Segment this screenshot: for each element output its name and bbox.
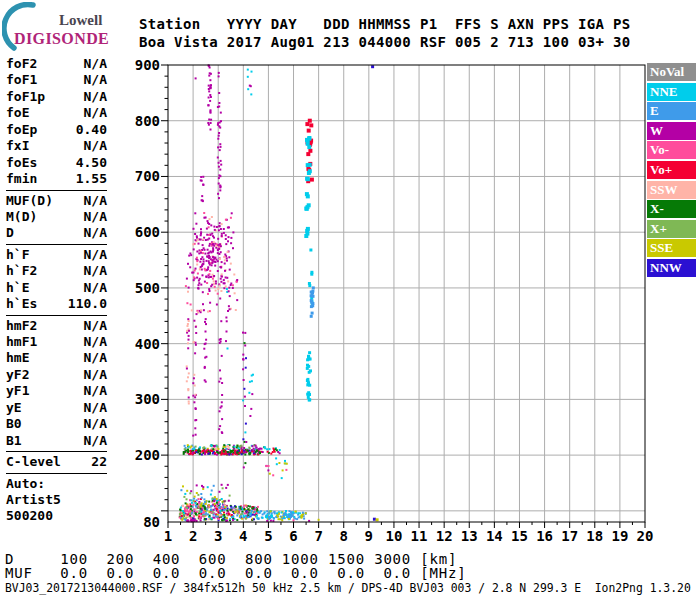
x-tick-label: 16 xyxy=(536,528,553,544)
y-tick-label: 800 xyxy=(135,113,160,129)
readout-label: yF2 xyxy=(6,367,29,383)
readout-row: fmin1.55 xyxy=(6,171,107,187)
section-divider xyxy=(6,244,107,245)
readout-value: N/A xyxy=(84,225,107,241)
cluster-col-3.1-low xyxy=(218,320,223,434)
readout-label: fmin xyxy=(6,171,37,187)
readout-row: yF2N/A xyxy=(6,367,107,383)
data-point xyxy=(371,65,374,68)
x-tick-label: 12 xyxy=(436,528,453,544)
readout-row: foF2N/A xyxy=(6,56,107,72)
cluster-col-4.05 xyxy=(242,332,248,469)
readout-label: foEs xyxy=(6,155,37,171)
cluster-e-blue-column xyxy=(310,286,315,317)
x-tick-label: 10 xyxy=(386,528,403,544)
readout-label: yE xyxy=(6,400,22,416)
characteristics-panel: foF2N/AfoF1N/AfoF1pN/AfoEN/AfoEp0.40fxIN… xyxy=(6,56,107,525)
readout-label: hmF1 xyxy=(6,334,37,350)
x-tick-label: 8 xyxy=(340,528,348,544)
x-tick-label: 14 xyxy=(486,528,503,544)
readout-label: yF1 xyxy=(6,383,29,399)
echo-points xyxy=(179,64,379,522)
readout-row: B1N/A xyxy=(6,433,107,449)
readout-value: N/A xyxy=(84,247,107,263)
cluster-col-2.5 xyxy=(203,318,207,383)
readout-label: h`F2 xyxy=(6,263,37,279)
x-tick-label: 9 xyxy=(365,528,373,544)
cluster-e-band-right xyxy=(257,510,301,520)
x-tick-label: 6 xyxy=(289,528,297,544)
readout-label: Auto: xyxy=(6,476,45,492)
readout-row: foEN/A xyxy=(6,105,107,121)
readout-row: C-level22 xyxy=(6,454,107,470)
readout-label: h`F xyxy=(6,247,29,263)
legend-entry: NNE xyxy=(647,83,696,101)
readout-row: foF1pN/A xyxy=(6,89,107,105)
x-tick-label: 15 xyxy=(511,528,528,544)
readout-row: foF1N/A xyxy=(6,72,107,88)
readout-label: MUF(D) xyxy=(6,193,53,209)
data-point xyxy=(226,520,228,522)
readout-row: Artist5 xyxy=(6,492,107,508)
readout-value: 0.40 xyxy=(76,122,107,138)
section-divider xyxy=(6,190,107,191)
readout-row: h`EN/A xyxy=(6,280,107,296)
data-point xyxy=(250,85,252,87)
data-point xyxy=(270,520,272,522)
readout-label: fxI xyxy=(6,138,29,154)
x-tick-label: 17 xyxy=(561,528,578,544)
readout-row: yF1N/A xyxy=(6,383,107,399)
readout-row: hmF1N/A xyxy=(6,334,107,350)
x-tick-label: 1 xyxy=(164,528,172,544)
legend-entry: X+ xyxy=(647,220,696,238)
readout-row: yEN/A xyxy=(6,400,107,416)
readout-value: N/A xyxy=(84,105,107,121)
x-tick-label: 18 xyxy=(586,528,603,544)
readout-label: M(D) xyxy=(6,209,37,225)
readout-row: MUF(D)N/A xyxy=(6,193,107,209)
readout-value: N/A xyxy=(84,89,107,105)
legend-entry: E xyxy=(647,102,696,120)
readout-label: foEp xyxy=(6,122,37,138)
legend-entry: W xyxy=(647,122,696,140)
readout-value: N/A xyxy=(84,56,107,72)
x-tick-label: 11 xyxy=(411,528,428,544)
readout-label: Artist5 xyxy=(6,492,61,508)
x-tick-label: 19 xyxy=(611,528,628,544)
doppler-direction-legend: NoValNNEEWVo-Vo+SSWX-X+SSENNW xyxy=(647,63,696,279)
legend-entry: X- xyxy=(647,200,696,218)
readout-value: 1.55 xyxy=(76,171,107,187)
readout-label: h`Es xyxy=(6,296,37,312)
y-tick-label: 300 xyxy=(135,391,160,407)
readout-row: foEs4.50 xyxy=(6,155,107,171)
readout-value: N/A xyxy=(84,209,107,225)
readout-value: 110.0 xyxy=(68,296,107,312)
section-divider xyxy=(6,451,107,452)
y-tick-label: 80 xyxy=(143,514,160,530)
readout-value: N/A xyxy=(84,383,107,399)
readout-value: N/A xyxy=(84,350,107,366)
ident-header: Station YYYY DAY DDD HHMMSS P1 FFS S AXN… xyxy=(139,15,631,51)
y-tick-label: 600 xyxy=(135,224,160,240)
readout-label: B1 xyxy=(6,433,22,449)
readout-label: foF1 xyxy=(6,72,37,88)
readout-value: N/A xyxy=(84,138,107,154)
legend-entry: NoVal xyxy=(647,63,696,81)
ident-header-values: Boa Vista 2017 Aug01 213 044000 RSF 005 … xyxy=(139,34,631,50)
cluster-dots-4.2-top xyxy=(247,69,253,96)
lowell-digisonde-logo: Lowell DIGISONDE xyxy=(2,2,134,52)
readout-label: D xyxy=(6,225,14,241)
readout-label: B0 xyxy=(6,416,22,432)
readout-value: N/A xyxy=(84,334,107,350)
d-muf-table: D 100 200 400 600 800 1000 1500 3000 [km… xyxy=(5,553,466,580)
data-point xyxy=(293,519,295,521)
status-line: BVJ03_2017213044000.RSF / 384fx512h 50 k… xyxy=(5,581,691,595)
readout-value: N/A xyxy=(84,318,107,334)
readout-row: fxIN/A xyxy=(6,138,107,154)
cluster-col-1.78 xyxy=(186,318,190,404)
readout-label: foF1p xyxy=(6,89,45,105)
readout-value: N/A xyxy=(84,263,107,279)
readout-value: N/A xyxy=(84,433,107,449)
legend-entry: SSW xyxy=(647,181,696,199)
readout-value: N/A xyxy=(84,72,107,88)
